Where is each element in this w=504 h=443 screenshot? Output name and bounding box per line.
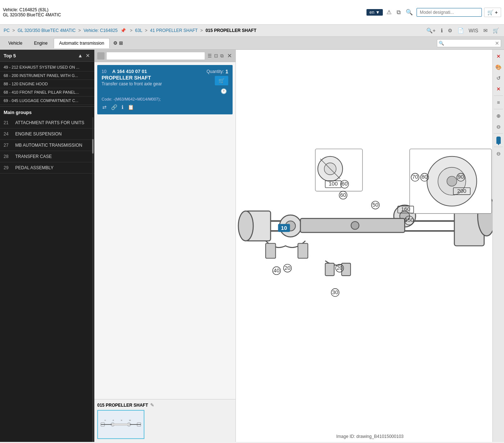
svg-text:100: 100 [329,180,338,187]
svg-rect-25 [325,263,334,276]
copy-icon[interactable]: ⧉ [395,8,402,16]
filter-icon[interactable]: ⚙ [446,27,454,34]
group-num-29: 29 [4,165,12,170]
part-actions: ⇄ 🔗 ℹ 📋 [102,103,228,111]
part-qty-area: Quantity: 1 🛒 🕐 [206,69,228,95]
list-view-btn[interactable]: ☰ [207,52,213,60]
zoom-in-icon[interactable]: 🔍+ [425,27,437,34]
top5-item[interactable]: 68 - 410 FRONT PANEL PILLAR PANEL... [0,88,94,97]
part-left: 10 A 164 410 07 01 PROPELLER SHAFT Trans… [102,69,162,89]
info-icon[interactable]: ℹ [439,27,444,34]
doc-btn[interactable]: 📋 [127,103,135,111]
tab-search-icon: 🔍 [439,41,444,46]
info-btn[interactable]: ℹ [121,103,124,111]
zoom-in-btn[interactable]: ⊕ [493,111,504,121]
language-selector[interactable]: en ▼ [366,9,383,16]
undo-btn[interactable]: ↺ [493,73,504,83]
svg-text:80: 80 [422,174,428,180]
part-card-top: 10 A 164 410 07 01 PROPELLER SHAFT Trans… [102,69,228,95]
thumbnail-svg: 10 20 50 100 [99,412,143,437]
color-wheel-btn[interactable]: 🎨 [493,62,504,72]
top5-item[interactable]: 49 - 212 EXHAUST SYSTEM USED ON ... [0,63,94,72]
svg-text:160: 160 [401,206,410,212]
part-number: A 164 410 07 01 [112,69,147,74]
x-btn[interactable]: ✕ [493,84,504,94]
diagram-area: 10 20 20 30 40 50 60 60 [236,50,504,442]
parts-list-area[interactable] [94,117,235,399]
vehicle-pin-icon[interactable]: 📌 [119,27,127,34]
lines-btn[interactable]: ≡ [493,97,504,107]
group-item-28[interactable]: 28 TRANSFER CASE [0,151,94,162]
breadcrumb-engine[interactable]: 63L [135,28,142,33]
tab-bar: Vehicle Engine Automatic transmission ⚙ … [0,37,504,50]
svg-text:90: 90 [458,174,464,180]
document-icon[interactable]: 📄 [456,27,465,34]
thumbnail-edit-btn[interactable]: ✎ [150,402,154,408]
breadcrumb-sep2: > [78,28,81,33]
svg-text:50: 50 [372,202,378,208]
breadcrumb-sep4: > [145,28,147,33]
add-to-cart-btn[interactable]: 🛒 [215,76,228,85]
tab-search: 🔍 ✕ [437,39,501,47]
top-bar-controls: en ▼ ⚠ ⧉ 🔍 🛒 + [366,8,501,17]
top-bar: Vehicle: C164825 (63L) GL 320/350 BlueTE… [0,0,504,25]
main-content: Top 5 ▲ ✕ 49 - 212 EXHAUST SYSTEM USED O… [0,50,504,442]
top5-collapse-btn[interactable]: ▲ [77,53,83,58]
wis-icon[interactable]: WIS [467,27,480,34]
parts-close-btn[interactable]: ✕ [226,52,233,59]
middle-panel: ☰ ⊡ ⧉ ✕ 10 A 164 410 07 01 PROPELLER SHA… [94,50,236,442]
history-btn[interactable]: 🕐 [219,87,228,95]
parts-search-input[interactable] [107,52,205,60]
svg-text:20: 20 [284,265,291,271]
group-item-24[interactable]: 24 ENGINE SUSPENSION [0,129,94,140]
toolbar-sep1 [494,95,503,96]
parts-view-icons: ☰ ⊡ ⧉ [207,52,224,60]
svg-text:30: 30 [332,289,338,295]
swap-btn[interactable]: ⇄ [102,103,107,111]
top5-item[interactable]: 68 - 200 INSTRUMENT PANEL WITH G... [0,72,94,80]
breadcrumb-sep3: > [130,28,132,33]
settings-icon[interactable]: ⚙ [113,40,118,46]
tab-vehicle[interactable]: Vehicle [3,38,28,48]
breadcrumb-pc[interactable]: PC [4,28,10,33]
tab-auto-transmission[interactable]: Automatic transmission [54,38,110,48]
model-search-input[interactable] [417,8,482,17]
expand-btn[interactable]: ⊡ [213,52,219,60]
group-item-27[interactable]: 27 MB AUTOMATIC TRANSMISSION [0,140,94,151]
cart-button[interactable]: 🛒 + [484,8,501,17]
group-num-27: 27 [4,143,12,148]
breadcrumb-group[interactable]: 41 PROPELLER SHAFT [150,28,198,33]
group-item-29[interactable]: 29 PEDAL ASSEMBLY [0,162,94,174]
zoom-out-btn[interactable]: ⊖ [493,122,504,132]
link-btn[interactable]: 🔗 [110,103,118,111]
tab-search-input[interactable] [444,41,495,46]
tab-search-clear[interactable]: ✕ [495,40,499,46]
main-groups-title: Main groups [0,107,94,117]
cart2-icon[interactable]: 🛒 [491,27,500,34]
left-scrollbar[interactable] [92,117,94,442]
top5-close-btn[interactable]: ✕ [85,53,91,58]
top5-controls: ▲ ✕ [77,53,91,58]
group-item-21[interactable]: 21 ATTACHMENT PARTS FOR UNITS [0,117,94,129]
grid-icon[interactable]: ⊞ [119,40,123,46]
mail-icon[interactable]: ✉ [482,27,489,34]
copy-btn[interactable]: ⧉ [220,52,224,60]
vehicle-line1: Vehicle: C164825 (63L) [3,7,61,12]
zoom-out-btn2[interactable]: ⊖ [493,149,504,159]
group-name-27: MB AUTOMATIC TRANSMISSION [15,143,82,148]
top5-item[interactable]: 69 - 045 LUGGAGE COMPARTMENT C... [0,97,94,105]
svg-text:20: 20 [113,420,114,421]
group-num-21: 21 [4,120,12,125]
thumbnail-image[interactable]: 10 20 50 100 [97,410,144,439]
top5-item[interactable]: 88 - 120 ENGINE HOOD [0,80,94,88]
svg-text:60: 60 [341,180,348,187]
breadcrumb-vehicle[interactable]: Vehicle: C164825 [83,28,118,33]
left-scrollbar-thumb[interactable] [92,139,94,154]
tab-engine[interactable]: Engine [29,38,53,48]
breadcrumb-model[interactable]: GL 320/350 BlueTEC 4MATIC [17,28,75,33]
thumbnail-label-row: 015 PROPELLER SHAFT ✎ [97,402,233,408]
part-position: 10 [102,69,106,74]
search-icon[interactable]: 🔍 [404,8,414,16]
warning-icon[interactable]: ⚠ [385,8,393,16]
close-btn[interactable]: ✕ [493,51,504,61]
